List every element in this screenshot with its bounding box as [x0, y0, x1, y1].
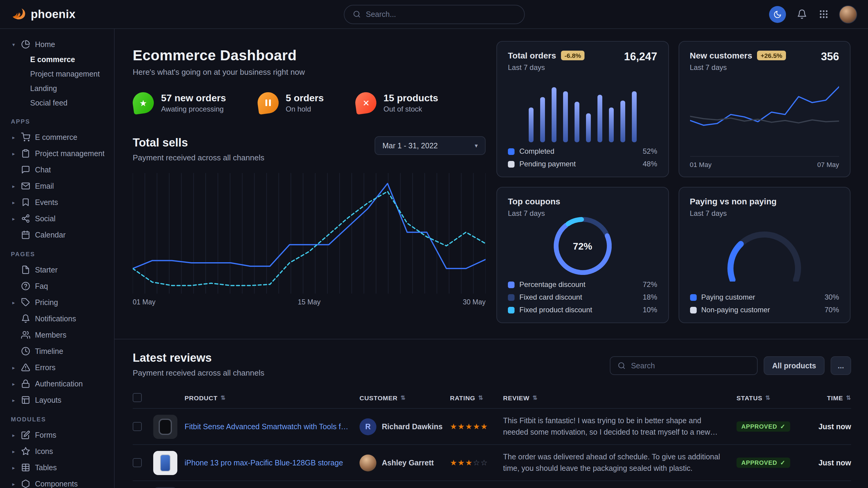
edit-icon — [21, 430, 30, 440]
star-filled-icon: ★ — [450, 458, 457, 467]
row-checkbox[interactable] — [133, 458, 142, 467]
row-checkbox[interactable] — [133, 422, 142, 431]
legend-swatch — [508, 281, 515, 288]
star-filled-icon: ★ — [450, 422, 457, 431]
sidebar-item-layouts[interactable]: ▸Layouts — [11, 392, 108, 408]
notifications-button[interactable] — [796, 8, 808, 20]
column-header-status[interactable]: STATUS⇅ — [737, 394, 809, 401]
sidebar-item-e-commerce[interactable]: ▸E commerce — [11, 129, 108, 145]
select-all-checkbox[interactable] — [133, 393, 142, 402]
sidebar-item-label: Layouts — [35, 396, 62, 404]
sidebar-item-social-feed[interactable]: Social feed — [11, 96, 108, 110]
moon-icon — [773, 10, 782, 19]
sidebar-item-project-management[interactable]: Project management — [11, 67, 108, 82]
product-link[interactable]: iPhone 13 pro max-Pacific Blue-128GB sto… — [185, 458, 360, 467]
user-avatar[interactable] — [839, 5, 857, 23]
global-search-input[interactable] — [366, 10, 516, 19]
sort-icon: ⇅ — [766, 394, 771, 401]
sidebar-item-project-management[interactable]: ▸Project management — [11, 145, 108, 162]
bell-icon — [797, 9, 807, 19]
legend-swatch — [508, 148, 515, 155]
column-header-review[interactable]: REVIEW⇅ — [503, 394, 737, 401]
status-badge: APPROVED✓ — [737, 458, 790, 468]
apps-grid-button[interactable] — [817, 8, 829, 20]
star-filled-icon: ★ — [473, 422, 480, 431]
legend-item-fixed-card-discount: Fixed card discount18% — [508, 293, 657, 301]
sidebar-item-timeline[interactable]: Timeline — [11, 343, 108, 359]
sidebar-item-email[interactable]: ▸Email — [11, 178, 108, 194]
review-time: Just now — [809, 422, 851, 431]
sidebar-item-icons[interactable]: ▸Icons — [11, 443, 108, 459]
sidebar-item-label: Home — [35, 40, 55, 48]
app-root: phoenix — [0, 0, 868, 488]
sidebar-item-chat[interactable]: Chat — [11, 162, 108, 178]
column-header-customer[interactable]: CUSTOMER⇅ — [360, 394, 450, 401]
top-coupons-period: Last 7 days — [508, 209, 560, 218]
review-text: The order was delivered ahead of schedul… — [503, 452, 737, 474]
reviews-search-input[interactable] — [631, 361, 750, 370]
column-header-rating[interactable]: RATING⇅ — [450, 394, 503, 401]
x-tick: 07 May — [817, 161, 839, 168]
legend-swatch — [690, 306, 696, 313]
stat-value: 5 orders — [286, 93, 323, 103]
chevron-right-icon: ▸ — [11, 397, 16, 403]
sidebar-item-label: Timeline — [35, 347, 63, 355]
sidebar-item-social[interactable]: ▸Social — [11, 210, 108, 227]
stat-caption: Out of stock — [384, 105, 438, 113]
sidebar-item-label: E commerce — [35, 133, 77, 141]
stat-out-of-stock: ✕15 productsOut of stock — [355, 92, 438, 113]
sort-icon: ⇅ — [478, 394, 484, 401]
sidebar-item-faq[interactable]: Faq — [11, 278, 108, 294]
sidebar-item-calendar[interactable]: Calendar — [11, 227, 108, 243]
sidebar-item-errors[interactable]: ▸Errors — [11, 359, 108, 376]
sidebar-nav: ▾HomeE commerceProject managementLanding… — [11, 36, 108, 488]
chevron-right-icon: ▸ — [11, 299, 16, 305]
column-header-product[interactable]: PRODUCT⇅ — [185, 394, 360, 401]
sidebar-item-starter[interactable]: Starter — [11, 262, 108, 278]
sidebar-item-landing[interactable]: Landing — [11, 82, 108, 96]
legend-value: 10% — [643, 306, 657, 314]
sidebar-item-events[interactable]: ▸Events — [11, 194, 108, 210]
sidebar-item-notifications[interactable]: Notifications — [11, 311, 108, 327]
sidebar-item-members[interactable]: Members — [11, 327, 108, 343]
column-label: STATUS — [737, 394, 763, 401]
legend-item-non-paying-customer: Non-paying customer70% — [690, 306, 839, 314]
chevron-right-icon: ▸ — [11, 134, 16, 140]
sidebar-item-tables[interactable]: ▸Tables — [11, 459, 108, 476]
paying-title: Paying vs non paying — [690, 197, 777, 206]
star-empty-icon: ☆ — [480, 458, 487, 467]
navbar-right-controls — [769, 5, 857, 23]
sidebar-item-forms[interactable]: ▸Forms — [11, 427, 108, 443]
sidebar-item-label: Starter — [35, 265, 58, 274]
calendar-icon — [21, 230, 30, 239]
avatar — [360, 454, 376, 471]
more-options-button[interactable]: ... — [831, 356, 851, 375]
brand[interactable]: phoenix — [11, 7, 76, 22]
legend-swatch — [508, 294, 515, 300]
date-range-value: Mar 1 - 31, 2022 — [382, 141, 438, 150]
sort-icon: ⇅ — [401, 394, 406, 401]
sidebar-item-e-commerce[interactable]: E commerce — [11, 53, 108, 67]
theme-toggle-button[interactable] — [769, 6, 786, 23]
sidebar-item-components[interactable]: ▸Components — [11, 476, 108, 488]
sidebar-item-label: Pricing — [35, 298, 58, 306]
column-header-time[interactable]: TIME⇅ — [809, 394, 851, 401]
new-customers-card: New customers +26.5% Last 7 days 356 01 … — [678, 41, 850, 177]
sidebar-item-pricing[interactable]: ▸Pricing — [11, 294, 108, 311]
sidebar-item-home[interactable]: ▾Home — [11, 36, 108, 53]
sidebar-item-label: Email — [35, 182, 54, 190]
donut-center-value: 72% — [573, 241, 592, 252]
date-range-select[interactable]: Mar 1 - 31, 2022 ▾ — [375, 136, 486, 155]
product-link[interactable]: Fitbit Sense Advanced Smartwatch with To… — [185, 422, 360, 431]
sidebar-item-authentication[interactable]: ▸Authentication — [11, 376, 108, 392]
all-products-button[interactable]: All products — [764, 356, 825, 375]
latest-reviews-title: Latest reviews — [133, 352, 264, 365]
sidebar-item-label: Calendar — [35, 231, 65, 239]
table-row: Fitbit Sense Advanced Smartwatch with To… — [133, 409, 851, 445]
brand-name: phoenix — [31, 7, 76, 21]
legend-label: Completed — [519, 147, 554, 156]
stat-x-icon: ✕ — [354, 91, 378, 115]
customer-name: Richard Dawkins — [382, 422, 442, 431]
legend-item-completed: Completed52% — [508, 147, 657, 156]
stat-value: 57 new orders — [161, 93, 226, 103]
